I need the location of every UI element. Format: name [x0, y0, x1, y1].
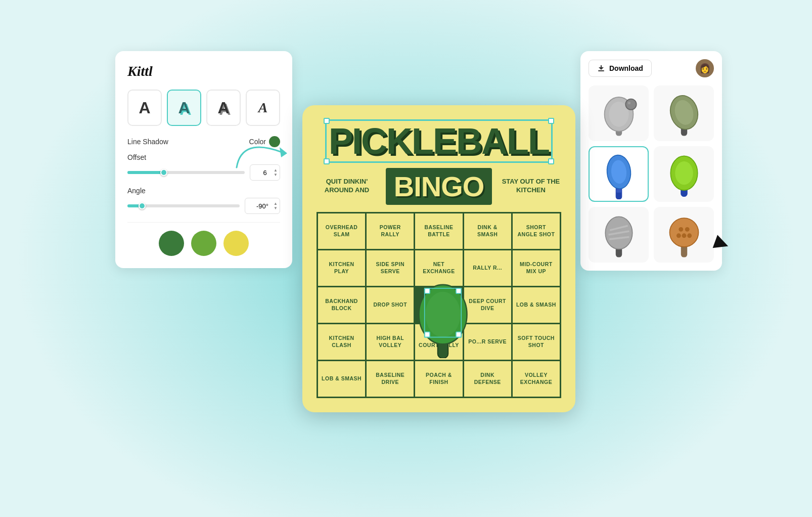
- handle-tl[interactable]: [324, 118, 330, 124]
- pickleball-title: PICKLEBALL: [329, 123, 549, 159]
- bingo-subtitle-row: QUIT DINKIN' AROUND AND BINGO STAY OUT O…: [317, 168, 561, 205]
- handle-bl[interactable]: [324, 158, 330, 164]
- right-subtitle: STAY OUT OF THE KITCHEN: [501, 178, 561, 195]
- svg-point-13: [625, 99, 636, 110]
- bingo-word: BINGO: [386, 168, 492, 205]
- angle-slider-row: -90° ▲ ▼: [127, 198, 280, 214]
- angle-slider[interactable]: [127, 204, 240, 207]
- cell-6[interactable]: KITCHEN PLAY: [318, 250, 365, 286]
- left-subtitle: QUIT DINKIN' AROUND AND: [317, 178, 377, 195]
- text-style-outline[interactable]: A: [206, 90, 241, 126]
- swatch-light-green[interactable]: [191, 231, 216, 256]
- text-style-shadow[interactable]: A: [167, 90, 201, 126]
- cell-20[interactable]: SOFT TOUCH SHOT: [513, 324, 560, 360]
- right-panel: Download 👩: [575, 31, 727, 486]
- svg-point-33: [679, 227, 683, 232]
- paddle-item-4[interactable]: [654, 146, 714, 202]
- bingo-title-area: PICKLEBALL: [317, 119, 561, 163]
- cell-24[interactable]: DINK DEFENSE: [464, 361, 511, 397]
- offset-slider[interactable]: [127, 171, 245, 174]
- paddle-grid: [589, 85, 714, 263]
- text-style-plain[interactable]: A: [127, 90, 162, 126]
- svg-point-32: [669, 218, 698, 247]
- paddle-item-6[interactable]: [654, 207, 714, 263]
- svg-point-36: [676, 233, 681, 238]
- svg-rect-5: [456, 288, 461, 293]
- user-avatar[interactable]: 👩: [696, 59, 714, 77]
- text-style-row: A A A A: [127, 90, 280, 126]
- color-swatches: [127, 222, 280, 256]
- bingo-card: PICKLEBALL QUIT DINKIN' AROUND AND BINGO…: [302, 105, 575, 412]
- right-card: Download 👩: [580, 51, 722, 271]
- cell-25[interactable]: VOLLEY EXCHANGE: [513, 361, 560, 397]
- paddle-item-5[interactable]: [589, 207, 649, 263]
- svg-rect-4: [425, 288, 430, 293]
- cell-4[interactable]: DINK & SMASH: [464, 213, 511, 249]
- svg-rect-9: [598, 70, 604, 71]
- cell-5[interactable]: SHORT ANGLE SHOT: [513, 213, 560, 249]
- angle-label: Angle: [127, 187, 280, 195]
- kittl-logo: Kittl: [127, 63, 280, 79]
- angle-row: Angle -90° ▲ ▼: [127, 187, 280, 214]
- text-style-fancy[interactable]: A: [246, 90, 280, 126]
- right-header: Download 👩: [589, 59, 714, 77]
- cell-11[interactable]: BACKHAND BLOCK: [318, 287, 365, 323]
- left-panel: Kittl A A A A Line Shadow Color Offset: [85, 31, 302, 486]
- swatch-yellow[interactable]: [223, 231, 249, 256]
- handle-br[interactable]: [548, 158, 554, 164]
- svg-marker-0: [280, 147, 287, 157]
- download-button[interactable]: Download: [589, 60, 652, 77]
- svg-point-3: [426, 291, 461, 337]
- title-selection-box[interactable]: PICKLEBALL: [325, 119, 553, 163]
- paddle-item-2[interactable]: [654, 85, 714, 141]
- svg-point-25: [675, 161, 693, 185]
- cell-1[interactable]: OVERHEAD SLAM: [318, 213, 365, 249]
- cell-16[interactable]: KITCHEN CLASH: [318, 324, 365, 360]
- cell-21[interactable]: LOB & SMASH: [318, 361, 365, 397]
- cell-center: [415, 287, 462, 323]
- arrow-indicator: [232, 132, 292, 175]
- cell-22[interactable]: BASELINE DRIVE: [367, 361, 414, 397]
- cell-10[interactable]: MID-COURT MIX UP: [513, 250, 560, 286]
- svg-point-34: [685, 227, 689, 232]
- angle-input[interactable]: -90° ▲ ▼: [245, 198, 280, 214]
- download-label: Download: [609, 64, 643, 72]
- line-shadow-label: Line Shadow: [127, 138, 168, 146]
- angle-up[interactable]: ▲: [274, 202, 278, 206]
- svg-rect-7: [456, 332, 461, 337]
- cell-15[interactable]: LOB & SMASH: [513, 287, 560, 323]
- center-panel: PICKLEBALL QUIT DINKIN' AROUND AND BINGO…: [302, 105, 575, 412]
- cell-3[interactable]: BASELINE BATTLE: [415, 213, 462, 249]
- handle-tr[interactable]: [548, 118, 554, 124]
- angle-down[interactable]: ▼: [274, 206, 278, 210]
- cursor-arrow: ▶: [712, 230, 733, 255]
- cell-23[interactable]: POACH & FINISH: [415, 361, 462, 397]
- svg-rect-6: [425, 332, 430, 337]
- svg-rect-20: [616, 189, 621, 193]
- svg-point-37: [687, 233, 692, 238]
- angle-value: -90°: [256, 202, 268, 210]
- paddle-item-1[interactable]: [589, 85, 649, 141]
- svg-point-35: [682, 233, 686, 238]
- paddle-item-3[interactable]: [589, 146, 649, 202]
- svg-point-14: [627, 102, 630, 104]
- cell-2[interactable]: POWER RALLY: [367, 213, 414, 249]
- bingo-grid: OVERHEAD SLAM POWER RALLY BASELINE BATTL…: [317, 212, 561, 398]
- swatch-dark-green[interactable]: [159, 231, 184, 256]
